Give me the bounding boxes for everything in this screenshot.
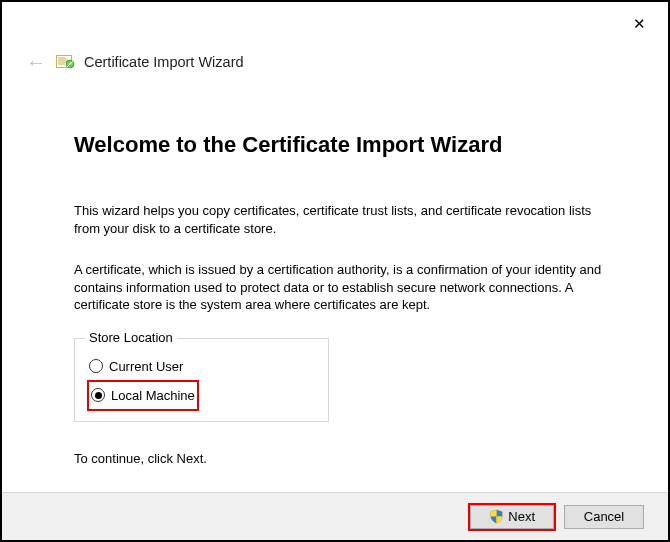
close-icon: ✕ xyxy=(633,15,646,32)
store-location-legend: Store Location xyxy=(85,330,177,345)
cancel-button[interactable]: Cancel xyxy=(564,505,644,529)
next-label: Next xyxy=(508,509,535,524)
radio-icon xyxy=(91,388,105,402)
cancel-label: Cancel xyxy=(584,509,624,524)
intro-paragraph-2: A certificate, which is issued by a cert… xyxy=(74,261,602,314)
page-title: Welcome to the Certificate Import Wizard xyxy=(74,132,602,158)
intro-paragraph-1: This wizard helps you copy certificates,… xyxy=(74,202,602,237)
continue-hint: To continue, click Next. xyxy=(74,450,602,468)
radio-label: Local Machine xyxy=(111,388,195,403)
radio-current-user[interactable]: Current User xyxy=(87,353,185,380)
wizard-content: Welcome to the Certificate Import Wizard… xyxy=(74,132,602,491)
close-button[interactable]: ✕ xyxy=(627,12,652,35)
back-arrow-icon: ← xyxy=(24,52,48,72)
radio-local-machine[interactable]: Local Machine xyxy=(87,380,199,411)
store-location-group: Store Location Current User Local Machin… xyxy=(74,338,329,422)
footer-bar: Next Cancel xyxy=(2,492,668,540)
uac-shield-icon xyxy=(489,509,504,524)
wizard-title: Certificate Import Wizard xyxy=(84,54,244,70)
wizard-header: ← Certificate Import Wizard xyxy=(24,52,244,72)
next-button[interactable]: Next xyxy=(470,505,554,529)
radio-icon xyxy=(89,359,103,373)
certificate-wizard-icon xyxy=(56,54,76,70)
radio-label: Current User xyxy=(109,359,183,374)
